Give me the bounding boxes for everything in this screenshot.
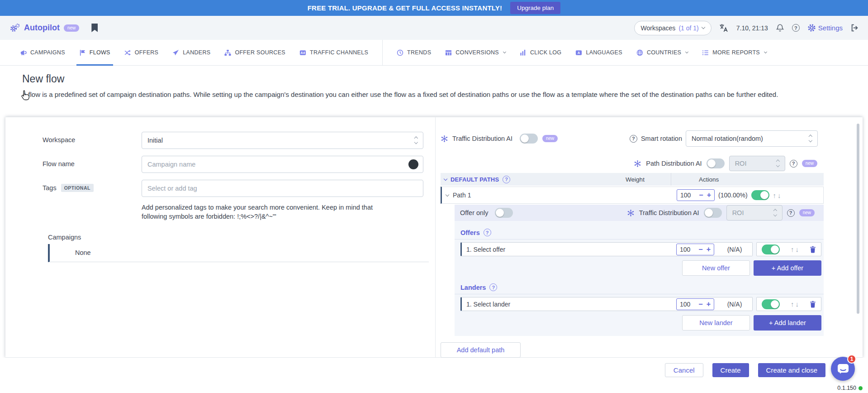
select-stepper-icon [777, 160, 779, 166]
move-down-button[interactable]: ↓ [796, 300, 799, 308]
new-offer-button[interactable]: New offer [682, 260, 750, 276]
path-roi-select[interactable]: ROI [729, 156, 785, 171]
campaigns-value: None [75, 249, 91, 256]
smart-rotation-label: Smart rotation [641, 135, 682, 142]
create-and-close-button[interactable]: Create and close [758, 363, 825, 377]
path-traffic-ai-roi-value: ROI [732, 209, 774, 216]
weight-minus-button[interactable]: − [698, 246, 702, 253]
add-offer-button[interactable]: + Add offer [754, 260, 821, 276]
help-icon[interactable]: ? [792, 24, 800, 32]
lander-weight-stepper[interactable]: 100 − + [676, 298, 714, 310]
move-down-button[interactable]: ↓ [796, 245, 799, 253]
traffic-distribution-ai-toggle[interactable] [520, 134, 538, 144]
weight-minus-button[interactable]: − [698, 301, 702, 308]
tags-help-text: Add personalized tags to make your searc… [142, 203, 375, 221]
lander-actions: ↑ ↓ [756, 297, 821, 311]
nav-item-offers[interactable]: OFFERS [124, 40, 159, 66]
path-row[interactable]: Path 1 100 − + (100.00%) ↑ ↓ [441, 187, 824, 204]
chevron-down-icon[interactable] [444, 177, 447, 180]
campaigns-none-row: None [48, 244, 429, 262]
sitemap-icon [224, 49, 231, 56]
cancel-button[interactable]: Cancel [665, 363, 703, 377]
list-icon [702, 49, 709, 56]
nav-item-countries[interactable]: COUNTRIES [636, 40, 688, 66]
tags-input[interactable] [142, 180, 423, 197]
main-nav: CAMPAIGNS FLOWS OFFERS LANDERS OFFER SOU… [0, 40, 868, 66]
offer-enabled-toggle[interactable] [762, 244, 780, 254]
flow-name-input[interactable] [142, 156, 423, 173]
smart-rotation-help-icon[interactable]: ? [630, 135, 637, 143]
upgrade-plan-button[interactable]: Upgrade plan [510, 2, 560, 14]
offer-weight-stepper[interactable]: 100 − + [676, 244, 714, 255]
panel-scrollbar[interactable] [857, 124, 859, 314]
app-new-badge: new [64, 24, 79, 32]
offer-select[interactable]: 1. Select offer 100 − + (N/A) [460, 242, 753, 256]
workspace-select[interactable]: Initial [142, 132, 423, 149]
landers-help-icon[interactable]: ? [489, 283, 497, 291]
actions-column-header: Actions [699, 176, 719, 183]
default-paths-help-icon[interactable]: ? [503, 176, 510, 183]
weight-plus-button[interactable]: + [707, 246, 711, 253]
smart-rotation-select[interactable]: Normal rotation(random) [686, 130, 818, 147]
settings-label: Settings [818, 24, 843, 32]
nav-item-campaigns[interactable]: CAMPAIGNS [20, 40, 65, 66]
trash-icon[interactable] [810, 246, 816, 253]
tags-label: Tags [43, 184, 57, 192]
weight-plus-button[interactable]: + [707, 301, 711, 308]
lander-enabled-toggle[interactable] [762, 299, 780, 309]
logout-icon[interactable] [850, 24, 859, 32]
path-distribution-ai-label: Path Distribution AI [646, 160, 702, 167]
path-enabled-toggle[interactable] [751, 190, 769, 200]
nav-item-offer-sources[interactable]: OFFER SOURCES [224, 40, 285, 66]
weight-column-header: Weight [615, 176, 655, 183]
nav-item-traffic-channels[interactable]: Ad TRAFFIC CHANNELS [299, 40, 368, 66]
bookmark-icon[interactable] [91, 24, 98, 32]
nav-item-flows[interactable]: FLOWS [79, 40, 110, 66]
path-traffic-ai-roi-select[interactable]: ROI [726, 205, 783, 220]
translate-square-icon: A [575, 49, 582, 56]
add-default-path-button[interactable]: Add default path [441, 342, 521, 358]
offer-only-toggle[interactable] [495, 208, 513, 218]
path-distribution-ai-toggle[interactable] [707, 158, 725, 168]
path-weight-stepper[interactable]: 100 − + [677, 189, 715, 201]
chat-widget-button[interactable]: 1 [831, 357, 855, 381]
offers-help-icon[interactable]: ? [484, 229, 491, 236]
page-footer: Cancel Create Create and close 1 0.1.150 [0, 358, 868, 393]
move-up-button[interactable]: ↑ [791, 245, 794, 253]
trial-banner-message: FREE TRIAL. UPGRADE & GET FULL ACCESS IN… [308, 4, 502, 12]
path-roi-help-icon[interactable]: ? [790, 160, 797, 168]
trash-icon[interactable] [810, 301, 816, 308]
nav-item-trends[interactable]: TRENDS [397, 40, 431, 66]
flow-name-indicator-dot[interactable] [408, 159, 418, 169]
move-down-button[interactable]: ↓ [778, 192, 781, 199]
optional-badge: OPTIONAL [61, 184, 94, 192]
weight-plus-button[interactable]: + [707, 192, 711, 199]
path-traffic-ai-toggle[interactable] [704, 208, 722, 218]
path-traffic-ai-help-icon[interactable]: ? [787, 209, 795, 217]
nav-item-more-reports[interactable]: MORE REPORTS [702, 40, 767, 66]
app-name[interactable]: Autopilot [24, 23, 60, 33]
language-translate-icon[interactable] [719, 24, 729, 32]
nav-item-conversions[interactable]: CONVERSIONS [445, 40, 506, 66]
nav-item-click-log[interactable]: CLICK LOG [520, 40, 561, 66]
new-lander-button[interactable]: New lander [682, 315, 750, 331]
datetime-display: 7.10, 21:13 [736, 24, 768, 32]
settings-link[interactable]: Settings [807, 24, 843, 32]
svg-text:Ad: Ad [301, 51, 305, 54]
chevron-down-icon [701, 25, 705, 29]
nav-item-languages[interactable]: A LANGUAGES [575, 40, 622, 66]
lander-select[interactable]: 1. Select lander 100 − + (N/A) [460, 297, 753, 311]
move-up-button[interactable]: ↑ [791, 300, 794, 308]
megaphone-icon [20, 49, 27, 56]
weight-minus-button[interactable]: − [699, 192, 703, 199]
nav-item-landers[interactable]: LANDERS [172, 40, 210, 66]
create-button[interactable]: Create [712, 363, 749, 377]
path-body: Offer only Traffic Distribution AI ROI ? [455, 205, 824, 336]
notifications-bell-icon[interactable] [776, 24, 784, 32]
add-lander-button[interactable]: + Add lander [754, 315, 821, 331]
flag-icon [79, 49, 86, 56]
workspaces-selector[interactable]: Workspaces (1 of 1) [634, 21, 711, 35]
move-up-button[interactable]: ↑ [773, 192, 777, 199]
chevron-down-icon[interactable] [446, 192, 449, 196]
path-roi-value: ROI [735, 160, 777, 167]
